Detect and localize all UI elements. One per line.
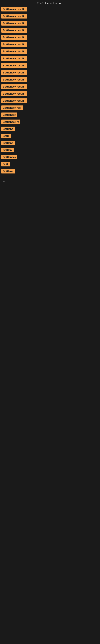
bottleneck-badge[interactable]: Bottleneck [1,112,17,117]
bottleneck-badge[interactable]: Bottleneck result [1,70,27,75]
bottleneck-badge[interactable]: Bottleneck result [1,49,27,54]
bottleneck-badge[interactable]: Bottleneck [1,155,17,160]
result-row[interactable]: Bottlen [0,146,100,154]
result-row[interactable]: Bottleneck result [0,55,100,62]
site-header: TheBottlenecker.com [0,0,100,6]
result-row[interactable]: Bottleneck result [0,69,100,76]
result-row[interactable]: Bottleneck res [0,104,100,111]
result-row[interactable]: Bottleneck [0,111,100,118]
bottleneck-badge[interactable]: Bottl [1,134,11,138]
result-row[interactable]: Bottleneck result [0,20,100,27]
result-row[interactable]: Bottleneck result [0,27,100,34]
result-row[interactable]: Bottleneck result [0,34,100,41]
bottleneck-badge[interactable]: Bottleneck result [1,63,27,68]
bottleneck-badge[interactable]: Bottlen [1,148,14,152]
bottleneck-badge[interactable]: Bottleneck result [1,28,27,32]
bottleneck-badge[interactable]: Bottleneck result [1,35,27,40]
result-row[interactable]: Bottleneck result [0,41,100,48]
bottleneck-badge[interactable]: Bottleneck result [1,7,27,12]
site-title: TheBottlenecker.com [37,2,63,5]
result-row[interactable]: Bottl [0,132,100,140]
bottleneck-badge[interactable]: Bottlene [1,169,15,174]
bottleneck-badge[interactable]: Bottleneck result [1,56,27,61]
result-row[interactable]: Bottlene [0,168,100,175]
result-row[interactable]: Bottleneck result [0,48,100,55]
result-row[interactable]: Bottleneck result [0,13,100,20]
bottleneck-badge[interactable]: Bottleneck result [1,98,27,103]
result-row[interactable]: Bottleneck result [0,6,100,13]
result-row[interactable]: Bottleneck result [0,90,100,97]
bottleneck-badge[interactable]: Bottlene [1,126,15,131]
result-row[interactable]: Bottleneck result [0,83,100,90]
bottleneck-badge[interactable]: Bottleneck result [1,42,27,47]
ellipsis-text: ... [1,179,5,183]
bottleneck-badge[interactable]: Bottleneck result [1,91,27,96]
ellipsis-section: ... [0,175,100,186]
bottleneck-badge[interactable]: Bott [1,162,10,166]
bottleneck-badge[interactable]: Bottleneck result [1,14,27,18]
result-row[interactable]: Bottleneck result [0,97,100,104]
result-row[interactable]: Bottlene [0,126,100,132]
result-row[interactable]: Bottlene [0,140,100,146]
bottleneck-badge[interactable]: Bottleneck result [1,84,27,89]
bottleneck-badge[interactable]: Bottlene [1,141,15,145]
bottleneck-badge[interactable]: Bottleneck result [1,77,27,82]
result-row[interactable]: Bottleneck [0,154,100,160]
results-list: Bottleneck resultBottleneck resultBottle… [0,6,100,175]
bottleneck-badge[interactable]: Bottleneck result [1,21,27,26]
result-row[interactable]: Bott [0,160,100,168]
bottleneck-badge[interactable]: Bottleneck res [1,106,23,110]
result-row[interactable]: Bottleneck result [0,62,100,69]
bottleneck-badge[interactable]: Bottleneck re [1,120,20,124]
result-row[interactable]: Bottleneck result [0,76,100,83]
result-row[interactable]: Bottleneck re [0,118,100,126]
